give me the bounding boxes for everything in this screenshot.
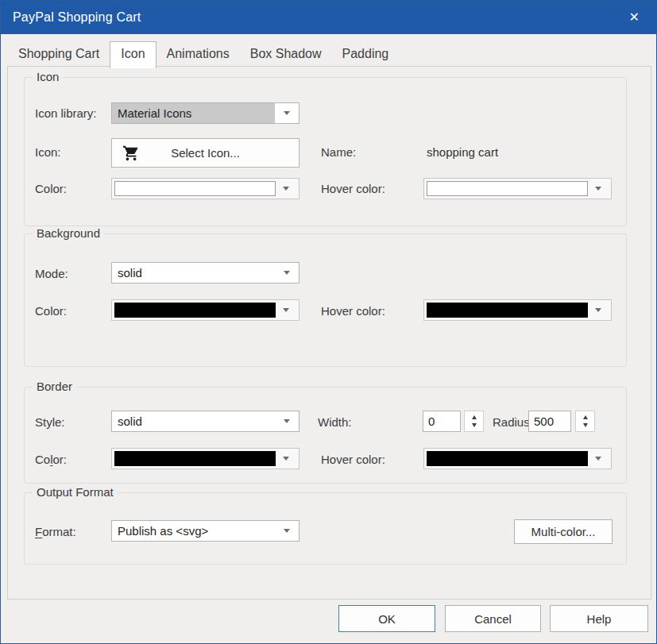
mode-label: Mode: (35, 267, 68, 280)
background-hover-color-label: Hover color: (321, 304, 385, 318)
spinner-up-icon[interactable] (583, 415, 588, 419)
border-color-swatch (114, 451, 276, 466)
tab-icon[interactable]: Icon (110, 41, 156, 68)
title-bar: PayPal Shopping Cart ✕ (1, 1, 656, 34)
border-width-label: Width: (318, 415, 352, 429)
border-radius-label: Radius: (493, 415, 533, 429)
icon-color-select[interactable] (111, 178, 300, 199)
shopping-cart-icon (122, 145, 140, 162)
dropdown-arrow-icon (275, 411, 299, 431)
border-width-stepper[interactable] (464, 411, 484, 432)
border-style-select[interactable]: solid (111, 411, 300, 432)
border-color-select[interactable] (111, 448, 300, 469)
border-group-title: Border (33, 380, 76, 393)
icon-color-label: Color: (35, 182, 67, 195)
format-value: Publish as <svg> (112, 521, 275, 541)
icon-color-swatch (114, 181, 276, 196)
close-icon[interactable]: ✕ (624, 8, 644, 27)
background-groupbox: Background Mode: solid Color: Hover colo… (24, 233, 627, 367)
icon-label: Icon: (35, 145, 61, 159)
icon-groupbox: Icon Icon library: Material Icons Icon: … (24, 77, 627, 226)
tab-padding[interactable]: Padding (332, 44, 400, 67)
multi-color-button[interactable]: Multi-color... (514, 519, 613, 544)
tab-shopping-cart[interactable]: Shopping Cart (8, 44, 110, 67)
window-title: PayPal Shopping Cart (13, 10, 141, 25)
format-select[interactable]: Publish as <svg> (111, 520, 300, 542)
icon-hover-color-select[interactable] (423, 178, 612, 199)
spinner-down-icon[interactable] (472, 423, 477, 427)
icon-group-title: Icon (33, 70, 63, 83)
icon-hover-color-swatch (427, 181, 588, 196)
dialog-window: PayPal Shopping Cart ✕ Shopping Cart Ico… (0, 0, 657, 644)
name-label: Name: (321, 145, 356, 159)
border-style-label: Style: (35, 415, 65, 429)
help-button[interactable]: Help (550, 605, 648, 632)
background-color-swatch (114, 303, 276, 318)
icon-library-value: Material Icons (112, 103, 275, 123)
dropdown-arrow-icon (588, 303, 609, 318)
spinner-down-icon[interactable] (583, 423, 588, 427)
background-hover-color-select[interactable] (423, 299, 612, 321)
icon-library-label: Icon library: (35, 106, 97, 120)
background-hover-color-swatch (427, 303, 588, 318)
dropdown-arrow-icon (588, 451, 609, 466)
dropdown-arrow-icon (276, 451, 296, 466)
ok-button[interactable]: OK (338, 605, 435, 632)
background-color-label: Color: (35, 304, 67, 318)
border-width-input[interactable]: 0 (423, 411, 461, 432)
border-radius-input[interactable]: 500 (528, 411, 571, 432)
select-icon-label: Select Icon... (171, 146, 240, 160)
background-mode-select[interactable]: solid (111, 262, 300, 283)
spinner-up-icon[interactable] (472, 415, 477, 419)
border-hover-color-label: Hover color: (321, 453, 385, 466)
format-label: Format: (35, 525, 76, 538)
dropdown-arrow-icon (588, 181, 609, 196)
tab-box-shadow[interactable]: Box Shadow (240, 44, 332, 67)
border-hover-color-select[interactable] (423, 448, 612, 469)
border-color-label: Color: (35, 453, 67, 466)
icon-hover-color-label: Hover color: (321, 182, 385, 195)
border-groupbox: Border Style: solid Width: 0 Radius: 500… (24, 387, 627, 484)
dropdown-arrow-icon (275, 103, 299, 123)
border-hover-color-swatch (427, 451, 588, 466)
output-format-group-title: Output Format (33, 485, 118, 499)
dropdown-arrow-icon (275, 521, 299, 541)
border-radius-stepper[interactable] (575, 411, 595, 432)
select-icon-button[interactable]: Select Icon... (111, 138, 300, 168)
icon-name-value: shopping cart (427, 145, 498, 159)
background-mode-value: solid (112, 263, 275, 283)
dropdown-arrow-icon (275, 263, 299, 283)
background-color-select[interactable] (111, 299, 300, 321)
background-group-title: Background (33, 226, 104, 240)
tab-animations[interactable]: Animations (157, 44, 240, 67)
dropdown-arrow-icon (276, 181, 296, 196)
border-style-value: solid (112, 411, 275, 431)
icon-library-select[interactable]: Material Icons (111, 102, 300, 124)
dropdown-arrow-icon (276, 303, 296, 318)
output-format-groupbox: Output Format Format: Publish as <svg> M… (24, 492, 627, 565)
tab-strip: Shopping Cart Icon Animations Box Shadow… (8, 42, 649, 67)
cancel-button[interactable]: Cancel (445, 605, 541, 632)
